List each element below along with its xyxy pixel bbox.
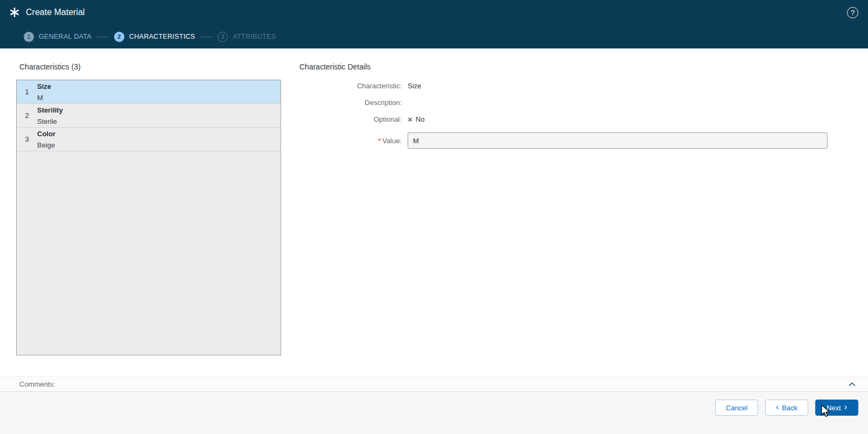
step-3-circle: 3	[218, 32, 228, 42]
row-index: 1	[17, 88, 37, 96]
row-index: 3	[17, 135, 37, 143]
characteristic-label: Characteristic:	[299, 82, 402, 90]
step-3-label: ATTRIBUTES	[233, 33, 276, 40]
page-title: Create Material	[26, 8, 85, 17]
row-value: M	[37, 92, 51, 103]
row-name: Color	[37, 128, 55, 139]
back-label: Back	[782, 404, 797, 412]
optional-value: No	[416, 115, 425, 123]
step-2-label: CHARACTERISTICS	[129, 33, 195, 40]
details-title: Characteristic Details	[299, 62, 828, 71]
value-input[interactable]	[408, 132, 828, 149]
back-button[interactable]: ‹ Back	[765, 400, 808, 416]
comments-label: Comments:	[19, 380, 55, 388]
row-value: Sterile	[37, 116, 63, 127]
app-header: Create Material ?	[0, 0, 868, 25]
chevron-right-icon: ›	[844, 403, 847, 411]
step-1-circle: 1	[24, 32, 34, 42]
description-label: Description:	[299, 99, 402, 107]
step-1-label: GENERAL DATA	[39, 33, 92, 40]
next-button[interactable]: Next ›	[815, 400, 858, 416]
field-value: *Value:	[299, 132, 828, 149]
required-marker: *	[378, 137, 381, 145]
wizard-steps: 1 GENERAL DATA 2 CHARACTERISTICS 3 ATTRI…	[0, 25, 868, 48]
decline-x-icon: ×	[408, 115, 412, 123]
row-value: Beige	[37, 139, 55, 151]
details-panel: Characteristic Details Characteristic: S…	[299, 48, 828, 149]
value-label: Value:	[382, 137, 402, 145]
asterisk-icon	[10, 8, 19, 17]
row-index: 2	[17, 111, 37, 120]
row-text: Size M	[37, 81, 51, 103]
footer-toolbar: Cancel ‹ Back Next ›	[0, 393, 868, 434]
characteristic-row-sterility[interactable]: 2 Sterility Sterile	[17, 104, 281, 128]
characteristic-row-size[interactable]: 1 Size M	[17, 80, 281, 104]
row-text: Color Beige	[37, 128, 55, 151]
cancel-label: Cancel	[726, 404, 747, 412]
row-name: Size	[37, 81, 51, 92]
step-characteristics[interactable]: 2 CHARACTERISTICS	[114, 32, 195, 42]
help-icon[interactable]: ?	[847, 7, 858, 18]
optional-value-wrap: × No	[408, 115, 424, 123]
field-description: Description:	[299, 94, 828, 111]
optional-label: Optional:	[299, 115, 402, 123]
characteristics-title: Characteristics (3)	[19, 62, 81, 71]
characteristics-list: 1 Size M 2 Sterility Sterile 3 Color Bei…	[16, 80, 281, 355]
row-text: Sterility Sterile	[37, 104, 63, 127]
details-form: Characteristic: Size Description: Option…	[299, 78, 828, 149]
step-attributes[interactable]: 3 ATTRIBUTES	[218, 32, 276, 42]
step-general-data[interactable]: 1 GENERAL DATA	[24, 32, 92, 42]
comments-section[interactable]: Comments:	[0, 376, 868, 392]
characteristic-row-color[interactable]: 3 Color Beige	[17, 128, 281, 151]
create-material-app: Create Material ? 1 GENERAL DATA 2 CHARA…	[0, 0, 868, 434]
cancel-button[interactable]: Cancel	[715, 400, 758, 416]
chevron-up-icon[interactable]	[848, 380, 856, 388]
chevron-left-icon: ‹	[776, 403, 779, 411]
characteristic-value: Size	[408, 82, 421, 90]
field-characteristic: Characteristic: Size	[299, 78, 828, 94]
step-2-circle: 2	[114, 32, 124, 42]
next-label: Next	[827, 404, 841, 412]
step-connector	[200, 37, 212, 37]
row-name: Sterility	[37, 104, 63, 116]
step-connector	[97, 37, 109, 37]
main-content: Characteristics (3) 1 Size M 2 Sterility…	[0, 48, 868, 376]
value-label-wrap: *Value:	[299, 137, 402, 145]
field-optional: Optional: × No	[299, 111, 828, 128]
